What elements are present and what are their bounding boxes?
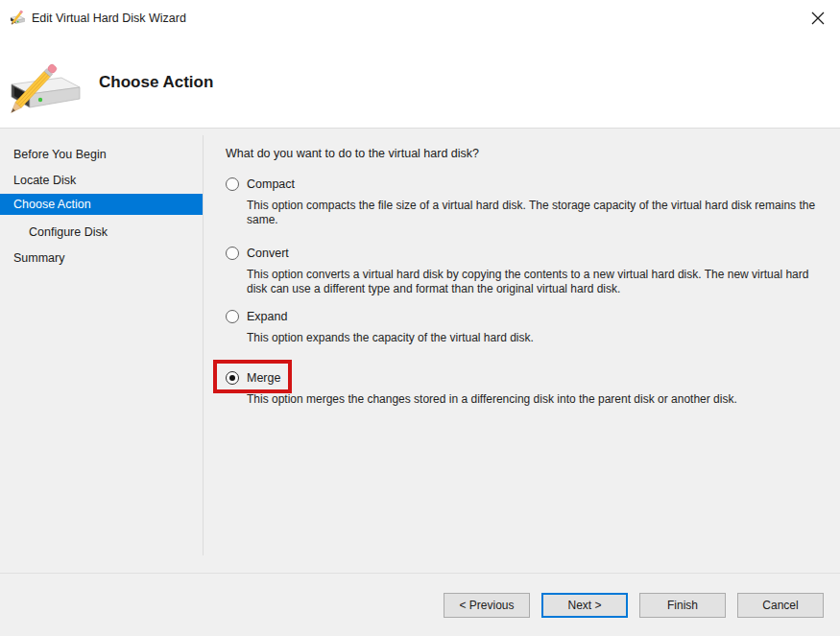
merge-radio-row[interactable]: Merge [226,370,834,385]
convert-radio-button[interactable] [226,247,239,260]
close-icon [811,12,825,25]
expand-radio-button[interactable] [226,310,239,323]
convert-radio-label: Convert [247,247,289,260]
footer-divider [0,573,840,574]
cancel-button[interactable]: Cancel [737,593,824,618]
wizard-buttons: < Previous Next > Finish Cancel [444,593,824,618]
option-expand: Expand This option expands the capacity … [226,309,834,345]
edit-virtual-hard-disk-wizard-window: Edit Virtual Hard Disk Wizard [0,0,840,636]
sidebar-item-locate-disk[interactable]: Locate Disk [0,171,203,190]
convert-radio-row[interactable]: Convert [226,246,834,260]
compact-radio-button[interactable] [226,177,239,191]
previous-button[interactable]: < Previous [444,593,530,618]
merge-radio-label: Merge [247,371,280,385]
expand-radio-label: Expand [247,310,287,323]
expand-description: This option expands the capacity of the … [247,331,827,345]
compact-description: This option compacts the file size of a … [247,199,827,227]
close-button[interactable] [804,4,832,33]
sidebar-item-before-you-begin[interactable]: Before You Begin [0,145,203,164]
next-button[interactable]: Next > [541,593,628,618]
option-convert: Convert This option converts a virtual h… [226,246,834,296]
compact-radio-label: Compact [247,177,295,191]
expand-radio-row[interactable]: Expand [226,309,834,323]
merge-radio-button[interactable] [226,371,239,385]
wizard-disk-pencil-icon [10,10,26,26]
page-title: Choose Action [99,73,213,92]
hard-disk-pencil-icon [4,52,84,123]
merge-description: This option merges the changes stored in… [247,392,827,407]
finish-button[interactable]: Finish [639,593,726,618]
window-title: Edit Virtual Hard Disk Wizard [32,12,186,25]
sidebar-item-summary[interactable]: Summary [0,248,203,268]
wizard-body: Before You Begin Locate Disk Choose Acti… [0,128,840,636]
convert-description: This option converts a virtual hard disk… [247,268,827,296]
content-pane: What do you want to do to the virtual ha… [204,129,840,636]
option-merge: Merge This option merges the changes sto… [226,370,834,407]
compact-radio-row[interactable]: Compact [226,177,834,191]
sidebar-item-choose-action[interactable]: Choose Action [0,194,203,215]
option-compact: Compact This option compacts the file si… [226,177,834,227]
sidebar-item-configure-disk[interactable]: Configure Disk [0,223,203,242]
question-text: What do you want to do to the virtual ha… [226,147,479,161]
titlebar: Edit Virtual Hard Disk Wizard [0,0,840,36]
